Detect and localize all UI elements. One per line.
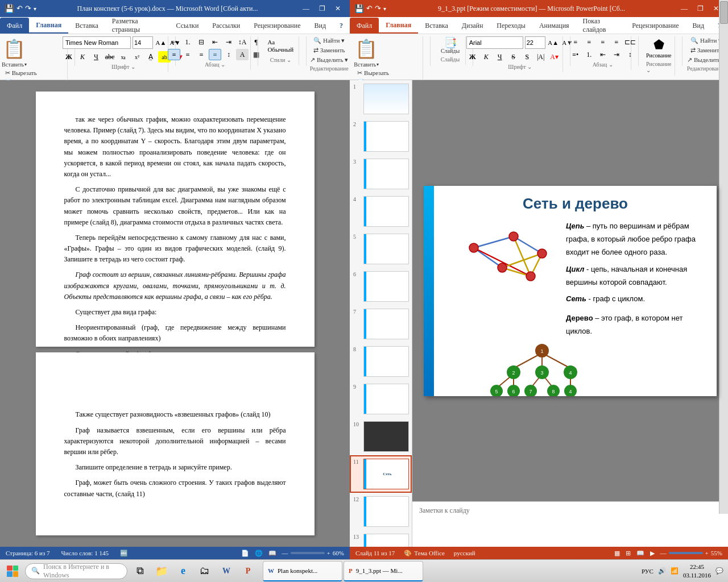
ppt-slide-thumb-11[interactable]: 11 Сеть [350, 455, 412, 493]
ppt-align-left-btn[interactable]: ≡ [569, 36, 582, 48]
ppt-font-name-input[interactable] [466, 36, 523, 49]
word-multilevel-btn[interactable]: ⊟ [195, 36, 208, 48]
word-find-btn[interactable]: 🔍 Найти ▾ [311, 36, 347, 45]
ppt-tab-review[interactable]: Рецензирование [625, 18, 685, 34]
word-close-btn[interactable]: ✕ [330, 3, 345, 14]
ppt-columns-btn[interactable]: ⊏⊏ [624, 36, 636, 48]
ppt-tab-home[interactable]: Главная [379, 18, 418, 34]
word-undo-btn[interactable]: ↶ [16, 4, 23, 13]
ppt-slide-thumb-3[interactable]: 3 [350, 155, 412, 193]
ppt-minimize-btn[interactable]: — [677, 3, 692, 14]
word-view-print[interactable]: 📄 [241, 550, 249, 557]
word-bold-btn[interactable]: Ж [63, 51, 75, 63]
word-styles-btn[interactable]: Aa Обычный [267, 36, 294, 56]
word-zoom-slider[interactable] [291, 552, 325, 554]
word-sort-btn[interactable]: ↕A [236, 36, 249, 48]
ppt-slide-thumb-2[interactable]: 2 [350, 118, 412, 155]
ppt-tab-transitions[interactable]: Переходы [490, 18, 532, 34]
word-doc-area[interactable]: так же через обычных график, можно охара… [0, 80, 350, 547]
word-increase-font-btn[interactable]: A▲ [155, 37, 167, 48]
word-borders-btn[interactable]: ▦ [250, 49, 262, 60]
ppt-font-color-btn[interactable]: A▾ [548, 51, 561, 63]
ppt-zoom-control[interactable]: — + 55% [660, 550, 722, 556]
word-align-center-btn[interactable]: ≡ [181, 49, 194, 60]
explorer-btn[interactable]: 🗂 [195, 561, 215, 581]
word-taskbar-btn[interactable]: W [216, 561, 237, 581]
word-increase-indent-btn[interactable]: ⇥ [222, 36, 235, 48]
ppt-undo-btn[interactable]: ↶ [366, 4, 373, 13]
taskbar-search[interactable]: 🔍 Поиск в Интернете и в Windows [25, 563, 127, 579]
ppt-slide-thumb-8[interactable]: 8 [350, 343, 412, 380]
word-restore-btn[interactable]: ❐ [315, 3, 329, 14]
ppt-font-size-input[interactable] [525, 36, 545, 49]
ppt-strikethrough-btn[interactable]: S [507, 51, 520, 63]
word-underline-btn[interactable]: Ч [90, 51, 102, 63]
word-text-effect-btn[interactable]: A̤ [144, 51, 157, 63]
ppt-slide-thumb-1[interactable]: 1 [350, 80, 412, 118]
ppt-view-slideshow[interactable]: ▶ [650, 550, 655, 557]
word-tab-file[interactable]: Файл [0, 18, 29, 34]
word-numbering-btn[interactable]: 1. [181, 36, 194, 48]
ppt-view-normal[interactable]: ▦ [614, 550, 620, 557]
edge-browser-btn[interactable]: e [173, 561, 193, 581]
word-italic-btn[interactable]: К [76, 51, 89, 63]
word-view-web[interactable]: 🌐 [255, 550, 263, 557]
taskbar-clock[interactable]: 22:45 03.11.2016 [683, 563, 711, 579]
word-align-right-btn[interactable]: ≡ [195, 49, 208, 60]
task-view-btn[interactable]: ⧉ [130, 561, 150, 581]
ppt-shapes-btn[interactable]: ⬟ Рисование [644, 36, 674, 60]
word-strikethrough-btn[interactable]: abc [104, 51, 116, 63]
ppt-tab-file[interactable]: Файл [350, 18, 379, 34]
word-zoom-out-btn[interactable]: — [282, 550, 288, 556]
ppt-increase-indent-btn[interactable]: ⇥ [610, 49, 623, 60]
ppt-tab-design[interactable]: Дизайн [455, 18, 490, 34]
word-show-marks-btn[interactable]: ¶ [250, 36, 262, 48]
word-quick-dropdown[interactable]: ▾ [34, 6, 36, 12]
ppt-justify-btn[interactable]: ≡ [610, 36, 623, 48]
ppt-slide-thumb-9[interactable]: 9 [350, 380, 412, 418]
ppt-scrollbar-v[interactable] [719, 80, 728, 514]
word-tab-insert[interactable]: Вставка [68, 18, 105, 34]
word-select-btn[interactable]: ↗ Выделить ▾ [308, 56, 350, 64]
ppt-view-reading[interactable]: 📖 [636, 550, 644, 557]
ppt-align-center-btn[interactable]: ≡ [583, 36, 595, 48]
word-font-size-input[interactable] [133, 36, 153, 49]
ppt-slide-thumb-4[interactable]: 4 [350, 193, 412, 230]
ppt-slide-thumb-5[interactable]: 5 [350, 230, 412, 268]
word-subscript-btn[interactable]: x₂ [117, 51, 130, 63]
word-replace-btn[interactable]: ⇄ Заменить [311, 46, 348, 55]
ppt-notes-area[interactable]: Заметки к слайду [412, 501, 728, 547]
ppt-new-slide-btn[interactable]: 📑 Слайды [439, 36, 462, 55]
ppt-bold-btn[interactable]: Ж [466, 51, 479, 63]
word-tab-mail[interactable]: Рассылки [205, 18, 247, 34]
ppt-line-spacing-btn[interactable]: ↕ [624, 49, 636, 60]
ppt-tab-slideshow[interactable]: Показ слайдов [576, 18, 626, 34]
word-lang-indicator[interactable]: 🔤 [120, 550, 128, 557]
word-tab-help[interactable]: ? [333, 18, 350, 34]
ppt-tab-insert[interactable]: Вставка [418, 18, 455, 34]
file-explorer-btn[interactable]: 📁 [151, 561, 172, 581]
word-justify-btn[interactable]: ≡ [209, 49, 221, 60]
ppt-zoom-in-btn[interactable]: + [705, 550, 709, 556]
word-tab-home[interactable]: Главная [29, 18, 68, 34]
word-paste-btn[interactable]: 📋 [2, 36, 27, 61]
ppt-spacing-btn[interactable]: |A| [535, 51, 547, 63]
ppt-tab-animation[interactable]: Анимация [532, 18, 576, 34]
ppt-view-slide-sorter[interactable]: ⊞ [626, 550, 631, 557]
word-bullets-btn[interactable]: ≡• [168, 36, 180, 48]
word-zoom-in-btn[interactable]: + [327, 550, 330, 556]
ppt-slide-thumb-7[interactable]: 7 [350, 305, 412, 343]
word-minimize-btn[interactable]: — [299, 3, 313, 14]
ppt-increase-font-btn[interactable]: A▲ [547, 37, 560, 48]
ppt-taskbar-btn[interactable]: P [238, 561, 258, 581]
taskbar-lang[interactable]: РУС [642, 568, 653, 575]
ppt-cut-btn[interactable]: ✂ Вырезать [355, 69, 419, 77]
ppt-underline-btn[interactable]: Ч [494, 51, 506, 63]
taskbar-ppt-app[interactable]: P 9_1_3.ppt — Mi... [344, 561, 423, 581]
ppt-italic-btn[interactable]: К [480, 51, 493, 63]
ppt-numbering-btn[interactable]: 1. [583, 49, 595, 60]
ppt-slide-thumb-12[interactable]: 12 [350, 493, 412, 530]
ppt-quick-dropdown[interactable]: ▾ [383, 6, 386, 12]
ppt-zoom-out-btn[interactable]: — [660, 550, 667, 556]
ppt-bullets-btn[interactable]: ≡• [569, 49, 582, 60]
